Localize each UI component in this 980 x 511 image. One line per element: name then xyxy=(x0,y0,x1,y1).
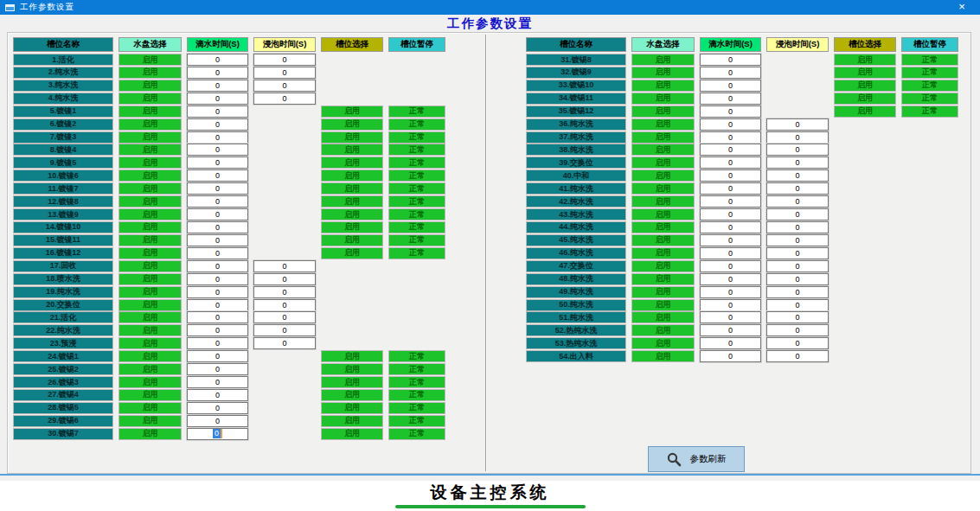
drip-time-input[interactable]: 0 xyxy=(700,311,761,323)
water-select-button[interactable]: 启用 xyxy=(631,131,695,144)
water-select-button[interactable]: 启用 xyxy=(631,118,695,131)
slot-pause-button[interactable]: 正常 xyxy=(388,118,445,131)
water-select-button[interactable]: 启用 xyxy=(118,195,182,208)
slot-pause-button[interactable]: 正常 xyxy=(388,131,445,144)
drip-time-input[interactable]: 0 xyxy=(187,350,248,362)
drip-time-input[interactable]: 0 xyxy=(187,273,248,285)
drip-time-input[interactable]: 0 xyxy=(700,156,761,169)
soak-time-input[interactable]: 0 xyxy=(766,350,829,362)
drip-time-input[interactable]: 0 xyxy=(187,54,248,66)
slot-select-button[interactable]: 启用 xyxy=(321,131,383,144)
water-select-button[interactable]: 启用 xyxy=(631,311,695,323)
water-select-button[interactable]: 启用 xyxy=(631,286,695,298)
slot-pause-button[interactable]: 正常 xyxy=(388,234,445,246)
soak-time-input[interactable]: 0 xyxy=(766,273,829,285)
soak-time-input[interactable]: 0 xyxy=(253,324,316,336)
slot-pause-button[interactable]: 正常 xyxy=(388,156,445,169)
drip-time-input[interactable]: 0 xyxy=(700,247,761,259)
soak-time-input[interactable]: 0 xyxy=(766,208,829,220)
water-select-button[interactable]: 启用 xyxy=(631,324,695,336)
drip-time-input[interactable]: 0 xyxy=(700,195,761,208)
soak-time-input[interactable]: 0 xyxy=(766,299,829,311)
drip-time-input[interactable]: 0 xyxy=(700,131,761,144)
drip-time-input[interactable]: 0 xyxy=(187,221,248,233)
soak-time-input[interactable]: 0 xyxy=(253,337,316,349)
drip-time-input[interactable]: 0 xyxy=(700,105,761,118)
drip-time-input[interactable]: 0 xyxy=(700,221,761,233)
slot-select-button[interactable]: 启用 xyxy=(834,67,896,79)
water-select-button[interactable]: 启用 xyxy=(118,363,182,375)
water-select-button[interactable]: 启用 xyxy=(631,169,695,182)
water-select-button[interactable]: 启用 xyxy=(118,182,182,195)
drip-time-input[interactable]: 0 xyxy=(700,234,761,246)
water-select-button[interactable]: 启用 xyxy=(118,376,182,388)
water-select-button[interactable]: 启用 xyxy=(118,131,182,144)
drip-time-input[interactable]: 0 xyxy=(700,144,761,156)
water-select-button[interactable]: 启用 xyxy=(631,182,695,195)
slot-select-button[interactable]: 启用 xyxy=(321,363,383,375)
slot-select-button[interactable]: 启用 xyxy=(321,221,383,233)
slot-select-button[interactable]: 启用 xyxy=(321,402,383,414)
slot-pause-button[interactable]: 正常 xyxy=(901,105,958,118)
slot-select-button[interactable]: 启用 xyxy=(834,80,896,92)
water-select-button[interactable]: 启用 xyxy=(118,80,182,92)
water-select-button[interactable]: 启用 xyxy=(118,324,182,336)
drip-time-input[interactable]: 0 xyxy=(187,105,248,118)
slot-select-button[interactable]: 启用 xyxy=(321,247,383,259)
drip-time-input[interactable]: 0 xyxy=(187,67,248,79)
slot-select-button[interactable]: 启用 xyxy=(834,93,896,105)
water-select-button[interactable]: 启用 xyxy=(118,208,182,220)
slot-pause-button[interactable]: 正常 xyxy=(388,389,445,401)
slot-pause-button[interactable]: 正常 xyxy=(901,54,958,66)
water-select-button[interactable]: 启用 xyxy=(631,234,695,246)
slot-pause-button[interactable]: 正常 xyxy=(388,169,445,182)
slot-pause-button[interactable]: 正常 xyxy=(901,80,958,92)
drip-time-input[interactable]: 0 xyxy=(700,169,761,182)
water-select-button[interactable]: 启用 xyxy=(118,54,182,66)
water-select-button[interactable]: 启用 xyxy=(118,402,182,414)
soak-time-input[interactable]: 0 xyxy=(766,324,829,336)
water-select-button[interactable]: 启用 xyxy=(118,350,182,362)
drip-time-input[interactable]: 0 xyxy=(187,118,248,131)
slot-select-button[interactable]: 启用 xyxy=(834,105,896,118)
soak-time-input[interactable]: 0 xyxy=(766,337,829,349)
water-select-button[interactable]: 启用 xyxy=(118,389,182,401)
slot-pause-button[interactable]: 正常 xyxy=(901,93,958,105)
drip-time-input[interactable]: 0 xyxy=(700,93,761,105)
drip-time-input[interactable]: 0 xyxy=(700,299,761,311)
drip-time-input[interactable]: 0 xyxy=(187,311,248,323)
soak-time-input[interactable]: 0 xyxy=(253,54,316,66)
soak-time-input[interactable]: 0 xyxy=(766,247,829,259)
drip-time-input[interactable]: 0 xyxy=(700,350,761,362)
water-select-button[interactable]: 启用 xyxy=(631,260,695,272)
slot-select-button[interactable]: 启用 xyxy=(321,195,383,208)
water-select-button[interactable]: 启用 xyxy=(118,169,182,182)
water-select-button[interactable]: 启用 xyxy=(631,67,695,79)
drip-time-input[interactable]: 0 xyxy=(187,415,248,427)
drip-time-input[interactable]: 0 xyxy=(187,260,248,272)
soak-time-input[interactable]: 0 xyxy=(253,299,316,311)
slot-select-button[interactable]: 启用 xyxy=(321,169,383,182)
water-select-button[interactable]: 启用 xyxy=(631,273,695,285)
slot-select-button[interactable]: 启用 xyxy=(321,389,383,401)
soak-time-input[interactable]: 0 xyxy=(766,221,829,233)
water-select-button[interactable]: 启用 xyxy=(631,54,695,66)
water-select-button[interactable]: 启用 xyxy=(631,221,695,233)
soak-time-input[interactable]: 0 xyxy=(766,169,829,182)
soak-time-input[interactable]: 0 xyxy=(766,156,829,169)
drip-time-input[interactable]: 0 xyxy=(700,208,761,220)
slot-select-button[interactable]: 启用 xyxy=(321,428,383,440)
slot-select-button[interactable]: 启用 xyxy=(321,234,383,246)
water-select-button[interactable]: 启用 xyxy=(631,80,695,92)
slot-pause-button[interactable]: 正常 xyxy=(388,376,445,388)
close-icon[interactable]: × xyxy=(951,0,973,15)
drip-time-input[interactable]: 0 xyxy=(187,144,248,156)
water-select-button[interactable]: 启用 xyxy=(631,144,695,156)
water-select-button[interactable]: 启用 xyxy=(118,299,182,311)
drip-time-input[interactable]: 0 xyxy=(187,234,248,246)
water-select-button[interactable]: 启用 xyxy=(631,350,695,362)
drip-time-input[interactable]: 0 xyxy=(700,260,761,272)
slot-pause-button[interactable]: 正常 xyxy=(388,208,445,220)
drip-time-input[interactable]: 0 xyxy=(187,195,248,208)
drip-time-input[interactable]: 0 xyxy=(187,428,248,440)
